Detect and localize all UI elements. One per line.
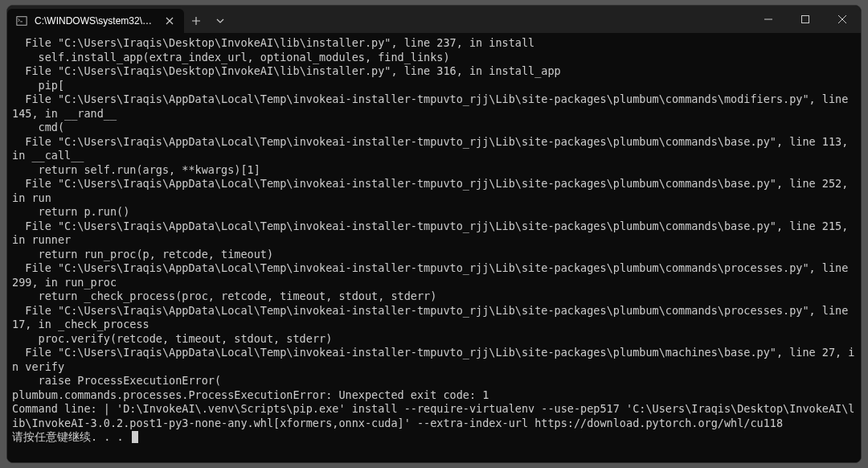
- cursor: [132, 431, 138, 443]
- new-tab-button[interactable]: [184, 9, 208, 33]
- terminal-output[interactable]: File "C:\Users\Iraqis\Desktop\InvokeAI\l…: [7, 33, 861, 462]
- cmd-icon: [15, 14, 28, 27]
- terminal-window: C:\WINDOWS\system32\cmd. File "C:\Users\…: [6, 5, 862, 463]
- titlebar: C:\WINDOWS\system32\cmd.: [7, 6, 861, 33]
- tab-dropdown-button[interactable]: [208, 9, 232, 33]
- tab-close-button[interactable]: [163, 14, 176, 27]
- svg-rect-0: [17, 17, 27, 26]
- window-controls: [750, 6, 861, 33]
- tab-title: C:\WINDOWS\system32\cmd.: [35, 15, 157, 27]
- prompt-text: 请按任意键继续. . .: [12, 430, 130, 443]
- maximize-button[interactable]: [787, 6, 824, 33]
- close-button[interactable]: [824, 6, 861, 33]
- titlebar-drag-area[interactable]: [232, 6, 750, 33]
- minimize-button[interactable]: [750, 6, 787, 33]
- tab-active[interactable]: C:\WINDOWS\system32\cmd.: [7, 9, 184, 33]
- svg-rect-3: [802, 16, 809, 23]
- terminal-text: File "C:\Users\Iraqis\Desktop\InvokeAI\l…: [12, 36, 855, 429]
